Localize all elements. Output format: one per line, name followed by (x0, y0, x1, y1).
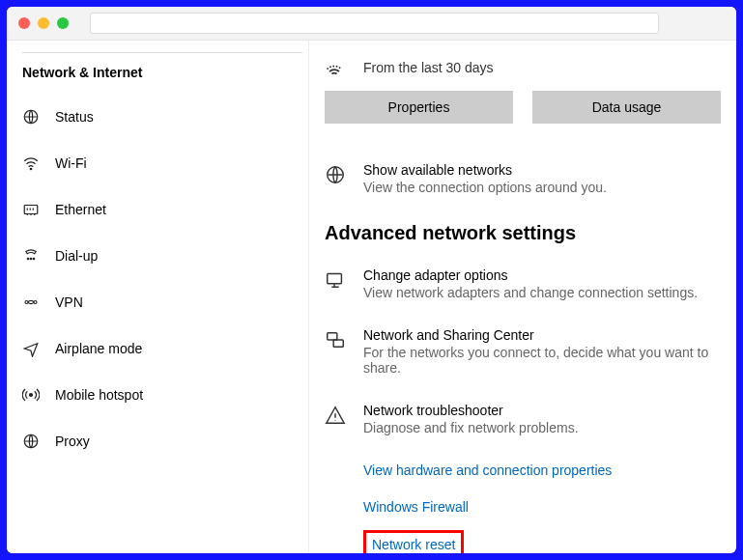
item-sub: View network adapters and change connect… (363, 285, 698, 300)
proxy-icon (20, 431, 42, 452)
sidebar-title: Network & Internet (7, 65, 308, 94)
svg-point-1 (30, 168, 32, 170)
minimize-icon[interactable] (38, 17, 49, 29)
warning-icon (325, 405, 348, 428)
airplane-icon (20, 338, 42, 359)
sharing-icon (325, 329, 348, 352)
svg-point-5 (33, 258, 35, 260)
show-available-networks[interactable]: Show available networks View the connect… (325, 162, 736, 195)
item-sub: For the networks you connect to, decide … (363, 345, 736, 376)
globe-icon (325, 164, 348, 187)
sidebar-item-hotspot[interactable]: Mobile hotspot (7, 372, 308, 418)
item-title: Change adapter options (363, 267, 698, 283)
sidebar-item-dialup[interactable]: Dial-up (7, 233, 308, 279)
title-bar (7, 7, 736, 41)
svg-point-8 (30, 394, 33, 397)
windows-firewall-link[interactable]: Windows Firewall (363, 499, 469, 515)
sidebar-label: Status (55, 109, 94, 125)
sidebar-label: Proxy (55, 434, 90, 449)
item-title: Network troubleshooter (363, 403, 579, 418)
item-title: Network and Sharing Center (363, 327, 736, 343)
sidebar-label: Dial-up (55, 248, 98, 264)
svg-point-7 (34, 301, 37, 304)
svg-point-4 (30, 258, 32, 260)
change-adapter-options[interactable]: Change adapter options View network adap… (325, 267, 736, 300)
sidebar-item-proxy[interactable]: Proxy (7, 418, 308, 464)
close-icon[interactable] (18, 17, 30, 29)
sidebar-item-ethernet[interactable]: Ethernet (7, 186, 308, 233)
sidebar: Network & Internet Status Wi-Fi Ethernet (7, 41, 309, 553)
sidebar-label: Mobile hotspot (55, 387, 143, 403)
settings-window: Network & Internet Status Wi-Fi Ethernet (7, 7, 736, 553)
data-usage-period: From the last 30 days (325, 58, 736, 77)
period-text: From the last 30 days (363, 60, 494, 75)
sidebar-label: Ethernet (55, 202, 106, 217)
sidebar-label: VPN (55, 294, 83, 310)
sidebar-label: Airplane mode (55, 341, 142, 356)
network-troubleshooter[interactable]: Network troubleshooter Diagnose and fix … (325, 403, 736, 435)
maximize-icon[interactable] (57, 17, 69, 29)
address-bar[interactable] (90, 13, 659, 34)
main-content: From the last 30 days Properties Data us… (309, 41, 736, 553)
sidebar-item-status[interactable]: Status (7, 94, 308, 140)
sharing-center[interactable]: Network and Sharing Center For the netwo… (325, 327, 736, 376)
hardware-properties-link[interactable]: View hardware and connection properties (363, 462, 612, 478)
signal-icon (325, 58, 346, 77)
vpn-icon (20, 292, 42, 313)
advanced-heading: Advanced network settings (325, 222, 736, 244)
svg-point-6 (25, 301, 28, 304)
network-reset-highlight: Network reset (363, 530, 464, 553)
sidebar-item-vpn[interactable]: VPN (7, 279, 308, 325)
dialup-icon (20, 245, 42, 266)
svg-rect-13 (333, 340, 343, 347)
network-reset-link[interactable]: Network reset (372, 537, 455, 552)
sidebar-item-wifi[interactable]: Wi-Fi (7, 140, 308, 186)
item-title: Show available networks (363, 162, 607, 178)
wifi-icon (20, 153, 42, 174)
item-sub: View the connection options around you. (363, 180, 607, 195)
item-sub: Diagnose and fix network problems. (363, 420, 579, 435)
data-usage-button[interactable]: Data usage (532, 91, 721, 124)
svg-rect-12 (328, 333, 337, 340)
svg-rect-11 (328, 274, 342, 284)
ethernet-icon (20, 199, 42, 220)
properties-button[interactable]: Properties (325, 91, 513, 124)
sidebar-item-airplane[interactable]: Airplane mode (7, 325, 308, 372)
status-icon (20, 106, 42, 127)
hotspot-icon (20, 384, 42, 406)
sidebar-label: Wi-Fi (55, 155, 87, 171)
svg-point-3 (27, 258, 29, 260)
svg-rect-2 (24, 206, 38, 214)
adapter-icon (325, 269, 348, 293)
